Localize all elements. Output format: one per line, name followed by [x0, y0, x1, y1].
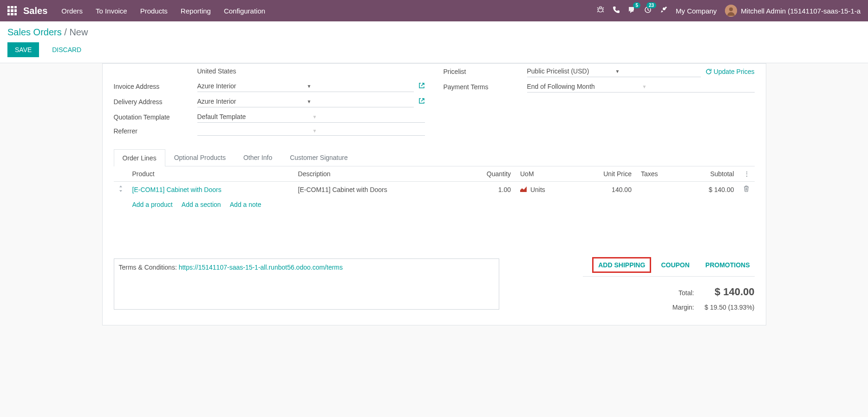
tab-order-lines[interactable]: Order Lines: [114, 149, 165, 166]
terms-prefix: Terms & Conditions:: [119, 264, 179, 271]
line-description[interactable]: [E-COM11] Cabinet with Doors: [294, 182, 459, 198]
country-text: United States: [197, 67, 425, 75]
tabs: Order Lines Optional Products Other Info…: [114, 149, 755, 166]
main-menu: Orders To Invoice Products Reporting Con…: [61, 7, 265, 15]
activities-badge: 23: [646, 2, 656, 8]
delivery-address-field[interactable]: Azure Interior ▼: [197, 96, 414, 107]
margin-label: Margin:: [672, 304, 694, 311]
table-row[interactable]: [E-COM11] Cabinet with Doors [E-COM11] C…: [114, 182, 755, 198]
promotions-button[interactable]: PROMOTIONS: [701, 258, 755, 271]
line-taxes[interactable]: [636, 182, 680, 198]
total-label: Total:: [679, 289, 694, 297]
invoice-address-label: Invoice Address: [114, 83, 197, 90]
col-product: Product: [128, 166, 294, 182]
quotation-template-label: Quotation Template: [114, 113, 197, 121]
caret-icon[interactable]: ▼: [313, 114, 425, 119]
line-unit-price[interactable]: 140.00: [573, 182, 636, 198]
messaging-icon[interactable]: 5: [628, 6, 636, 15]
menu-configuration[interactable]: Configuration: [224, 7, 265, 15]
col-unit-price: Unit Price: [573, 166, 636, 182]
referrer-field[interactable]: ▼: [197, 126, 425, 136]
coupon-button[interactable]: COUPON: [656, 258, 694, 271]
payment-terms-field[interactable]: End of Following Month ▼: [527, 81, 755, 93]
referrer-label: Referrer: [114, 127, 197, 135]
caret-icon[interactable]: ▼: [642, 84, 755, 89]
quotation-template-field[interactable]: Default Template ▼: [197, 111, 425, 123]
avatar: [725, 5, 737, 17]
delete-line-icon[interactable]: [744, 186, 749, 193]
phone-icon[interactable]: [613, 6, 620, 15]
col-uom: UoM: [516, 166, 573, 182]
caret-icon[interactable]: ▼: [313, 128, 425, 133]
delivery-address-label: Delivery Address: [114, 98, 197, 106]
add-product-link[interactable]: Add a product: [132, 201, 173, 208]
menu-reporting[interactable]: Reporting: [181, 7, 211, 15]
user-menu[interactable]: Mitchell Admin (15141107-saas-15-1-a: [725, 5, 861, 17]
tab-customer-signature[interactable]: Customer Signature: [281, 149, 357, 166]
control-panel: Sales Orders / New SAVE DISCARD: [0, 21, 868, 63]
order-lines-table: Product Description Quantity UoM Unit Pr…: [114, 166, 755, 212]
line-quantity[interactable]: 1.00: [459, 182, 516, 198]
tools-icon[interactable]: [660, 6, 667, 15]
caret-icon[interactable]: ▼: [307, 99, 414, 104]
breadcrumb-current: New: [69, 27, 88, 37]
activities-icon[interactable]: 23: [644, 6, 652, 15]
top-nav: Sales Orders To Invoice Products Reporti…: [0, 0, 868, 21]
margin-value: $ 19.50 (13.93%): [704, 304, 755, 311]
add-note-link[interactable]: Add a note: [230, 201, 261, 208]
breadcrumb-root[interactable]: Sales Orders: [7, 27, 62, 37]
user-name: Mitchell Admin (15141107-saas-15-1-a: [741, 7, 861, 15]
terms-link[interactable]: https://15141107-saas-15-1-all.runbot56.…: [179, 264, 343, 271]
external-link-icon[interactable]: [418, 82, 425, 90]
columns-menu-icon[interactable]: ⋮: [744, 170, 750, 178]
form-sheet: United States Invoice Address Azure Inte…: [102, 63, 766, 325]
pricelist-field[interactable]: Public Pricelist (USD) ▼: [527, 66, 701, 77]
tab-optional-products[interactable]: Optional Products: [165, 149, 235, 166]
invoice-address-field[interactable]: Azure Interior ▼: [197, 80, 414, 92]
line-subtotal: $ 140.00: [680, 182, 738, 198]
menu-to-invoice[interactable]: To Invoice: [96, 7, 127, 15]
col-subtotal: Subtotal: [680, 166, 738, 182]
menu-orders[interactable]: Orders: [61, 7, 83, 15]
external-link-icon[interactable]: [418, 98, 425, 106]
menu-products[interactable]: Products: [140, 7, 168, 15]
col-taxes: Taxes: [636, 166, 680, 182]
forecast-icon[interactable]: [520, 186, 529, 193]
total-value: $ 140.00: [704, 286, 755, 298]
add-section-link[interactable]: Add a section: [182, 201, 221, 208]
col-description: Description: [294, 166, 459, 182]
add-shipping-button[interactable]: ADD SHIPPING: [594, 258, 650, 271]
save-button[interactable]: SAVE: [7, 42, 39, 57]
terms-field[interactable]: Terms & Conditions: https://15141107-saa…: [114, 258, 499, 310]
update-prices-button[interactable]: Update Prices: [705, 68, 755, 75]
apps-icon[interactable]: [7, 6, 17, 15]
caret-icon[interactable]: ▼: [307, 84, 414, 89]
brand[interactable]: Sales: [23, 6, 47, 16]
messaging-badge: 5: [633, 2, 640, 8]
drag-handle-icon[interactable]: [114, 182, 128, 198]
svg-point-2: [729, 7, 733, 11]
tab-other-info[interactable]: Other Info: [235, 149, 281, 166]
line-uom[interactable]: Units: [516, 182, 573, 198]
bug-icon[interactable]: [597, 6, 604, 15]
line-product[interactable]: [E-COM11] Cabinet with Doors: [132, 186, 222, 193]
breadcrumb: Sales Orders / New: [7, 27, 861, 38]
col-quantity: Quantity: [459, 166, 516, 182]
payment-terms-label: Payment Terms: [444, 83, 527, 91]
caret-icon[interactable]: ▼: [615, 69, 701, 74]
discard-button[interactable]: DISCARD: [45, 42, 89, 57]
company-switcher[interactable]: My Company: [676, 7, 717, 15]
pricelist-label: Pricelist: [444, 68, 527, 75]
